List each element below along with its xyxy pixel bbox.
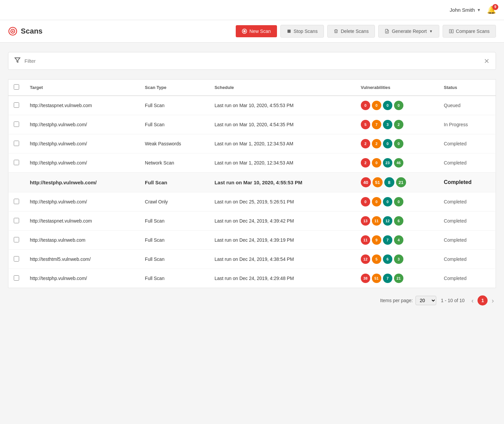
filter-bar: ✕ xyxy=(8,52,496,70)
prev-page-button[interactable]: ‹ xyxy=(469,296,476,305)
page-nav: ‹ 1 › xyxy=(469,295,496,305)
row-target: http://testhtml5.vulnweb.com/ xyxy=(24,250,139,269)
row-checkbox[interactable] xyxy=(14,141,19,146)
vuln-badge: 12 xyxy=(361,254,370,264)
table-row: http://testphp.vulnweb.com/Full ScanLast… xyxy=(8,269,496,288)
select-all-checkbox[interactable] xyxy=(14,84,19,90)
vuln-badge: 7 xyxy=(383,274,392,283)
row-target: http://testphp.vulnweb.com/ xyxy=(24,115,139,134)
vuln-badge: 6 xyxy=(394,216,403,226)
col-scan-type: Scan Type xyxy=(139,80,209,96)
items-per-page: Items per page: 10 20 50 100 xyxy=(380,296,436,305)
table-row: http://testphp.vulnweb.com/Network ScanL… xyxy=(8,153,496,173)
user-menu[interactable]: John Smith ▼ xyxy=(450,7,481,13)
next-page-button[interactable]: › xyxy=(490,296,496,305)
scans-icon xyxy=(8,27,17,36)
row-scan-type: Full Scan xyxy=(139,269,209,288)
row-checkbox[interactable] xyxy=(14,237,19,242)
generate-report-button[interactable]: Generate Report ▼ xyxy=(378,25,439,38)
stop-scans-button[interactable]: Stop Scans xyxy=(280,25,324,38)
row-schedule: Last run on Mar 10, 2020, 4:55:53 PM xyxy=(209,173,355,192)
username: John Smith xyxy=(450,7,475,13)
vuln-badge: 0 xyxy=(394,139,403,148)
row-schedule: Last run on Dec 25, 2019, 5:26:51 PM xyxy=(209,192,355,211)
row-checkbox[interactable] xyxy=(14,256,19,262)
stop-icon xyxy=(287,29,291,34)
svg-point-5 xyxy=(244,31,244,31)
row-status: Queued xyxy=(439,96,496,115)
row-status: Completed xyxy=(439,269,496,288)
row-checkbox[interactable] xyxy=(14,160,19,165)
row-target: http://testasp.vulnweb.com xyxy=(24,231,139,250)
main-content: ✕ Target Scan Type Schedule Vulnerabilit… xyxy=(0,43,504,315)
table-row: http://testaspnet.vulnweb.comFull ScanLa… xyxy=(8,96,496,115)
row-target: http://testphp.vulnweb.com/ xyxy=(24,134,139,153)
new-scan-button[interactable]: New Scan xyxy=(236,25,277,37)
filter-icon xyxy=(14,57,20,65)
col-target: Target xyxy=(24,80,139,96)
vuln-badge: 13 xyxy=(361,216,370,226)
compare-icon xyxy=(449,29,454,34)
items-per-page-label: Items per page: xyxy=(380,298,413,303)
notification-button[interactable]: 🔔 9 xyxy=(487,6,496,14)
row-checkbox[interactable] xyxy=(14,218,19,223)
vuln-badge: 3 xyxy=(383,120,392,129)
row-schedule: Last run on Mar 10, 2020, 4:54:35 PM xyxy=(209,115,355,134)
row-schedule: Last run on Dec 24, 2019, 4:29:48 PM xyxy=(209,269,355,288)
row-scan-type: Network Scan xyxy=(139,153,209,173)
row-schedule: Last run on Dec 24, 2019, 4:38:54 PM xyxy=(209,250,355,269)
pagination-row: Items per page: 10 20 50 100 1 - 10 of 1… xyxy=(8,295,496,305)
items-per-page-select[interactable]: 10 20 50 100 xyxy=(415,296,436,305)
svg-rect-10 xyxy=(452,30,453,33)
vuln-badge: 2 xyxy=(361,158,370,168)
row-schedule: Last run on Dec 24, 2019, 4:39:19 PM xyxy=(209,231,355,250)
vuln-badge: 40 xyxy=(361,177,371,187)
row-vulnerabilities: 202346 xyxy=(355,153,439,173)
vuln-badge: 38 xyxy=(361,274,370,283)
vuln-badge: 4 xyxy=(394,235,403,245)
row-checkbox[interactable] xyxy=(14,122,19,127)
vuln-badge: 0 xyxy=(383,139,392,148)
svg-rect-6 xyxy=(287,30,290,33)
vuln-badge: 5 xyxy=(361,120,370,129)
col-schedule: Schedule xyxy=(209,80,355,96)
new-scan-icon xyxy=(242,29,247,34)
vuln-badge: 12 xyxy=(383,216,392,226)
row-target: http://testaspnet.vulnweb.com xyxy=(24,211,139,231)
vuln-badge: 51 xyxy=(372,274,381,283)
scans-table: Target Scan Type Schedule Vulnerabilitie… xyxy=(8,79,496,288)
table-row: http://testasp.vulnweb.comFull ScanLast … xyxy=(8,231,496,250)
filter-input[interactable] xyxy=(24,58,484,64)
row-checkbox[interactable] xyxy=(14,102,19,108)
table-row: http://testphp.vulnweb.com/Full ScanLast… xyxy=(8,173,496,192)
delete-scans-button[interactable]: Delete Scans xyxy=(327,25,375,38)
vuln-badge: 2 xyxy=(372,139,381,148)
row-status: Completed xyxy=(439,192,496,211)
vuln-badge: 8 xyxy=(384,177,394,187)
row-checkbox[interactable] xyxy=(14,275,19,281)
current-page: 1 xyxy=(478,295,488,305)
vuln-badge: 0 xyxy=(361,101,370,110)
row-vulnerabilities: 0000 xyxy=(355,192,439,211)
vuln-badge: 0 xyxy=(394,197,403,206)
filter-clear-button[interactable]: ✕ xyxy=(484,58,490,64)
vuln-badge: 9 xyxy=(372,235,381,245)
svg-marker-11 xyxy=(15,58,20,62)
row-vulnerabilities: 12563 xyxy=(355,250,439,269)
vuln-badge: 2 xyxy=(361,139,370,148)
row-vulnerabilities: 1311126 xyxy=(355,211,439,231)
vuln-badge: 21 xyxy=(394,274,403,283)
select-all-header[interactable] xyxy=(8,80,25,96)
compare-scans-button[interactable]: Compare Scans xyxy=(443,25,496,38)
row-status: Completed xyxy=(439,211,496,231)
toolbar: Scans New Scan Stop Scans Delete Scans xyxy=(0,20,504,43)
table-header-row: Target Scan Type Schedule Vulnerabilitie… xyxy=(8,80,496,96)
vuln-badge: 0 xyxy=(383,101,392,110)
vuln-badge: 11 xyxy=(372,216,381,226)
row-schedule: Last run on Mar 1, 2020, 12:34:53 AM xyxy=(209,153,355,173)
row-checkbox[interactable] xyxy=(14,199,19,204)
generate-report-chevron: ▼ xyxy=(429,29,433,33)
row-scan-type: Full Scan xyxy=(139,231,209,250)
vuln-badge: 11 xyxy=(361,235,370,245)
vuln-badge: 7 xyxy=(372,120,381,129)
